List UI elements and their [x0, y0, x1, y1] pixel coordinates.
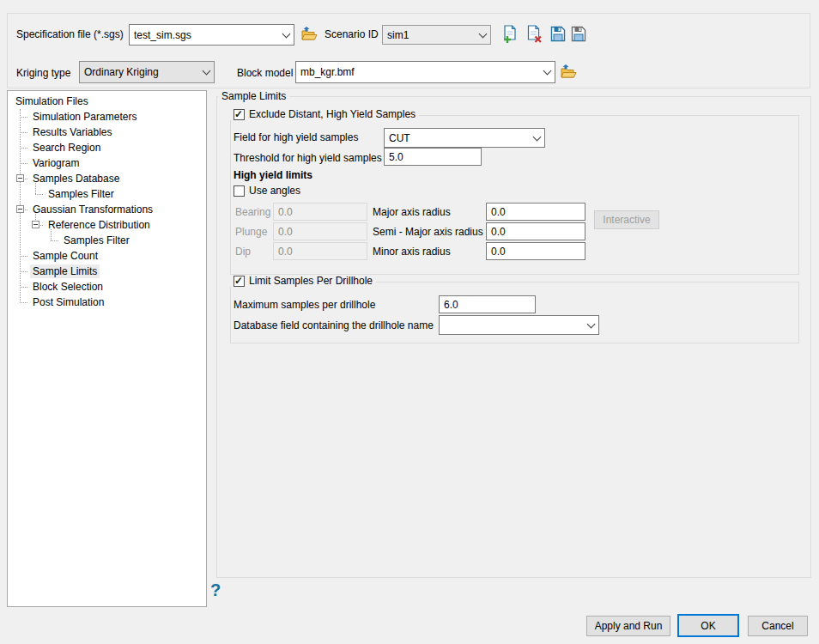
tree-item[interactable]: Samples Filter: [8, 186, 206, 202]
tree-item[interactable]: Block Selection: [8, 279, 206, 295]
radius-label: Semi - Major axis radius: [373, 226, 483, 238]
kriging-type-value: Ordinary Kriging: [80, 66, 198, 78]
block-model-combo[interactable]: mb_kgr.bmf: [295, 61, 555, 83]
radius-label: Minor axis radius: [373, 246, 451, 258]
tree-item-label: Sample Count: [30, 249, 100, 263]
high-yield-field-combo[interactable]: CUT: [384, 128, 545, 148]
spec-file-label: Specification file (*.sgs): [16, 28, 124, 40]
angle-label: Bearing: [235, 206, 270, 218]
exclude-distant-legend: Exclude Distant, High Yield Samples: [230, 108, 419, 120]
tree-item-label: Gaussian Transformations: [30, 203, 155, 216]
exclude-distant-checkbox[interactable]: [234, 109, 245, 120]
open-block-model-icon[interactable]: [561, 64, 578, 78]
tree-item-label: Variogram: [30, 156, 82, 170]
open-spec-file-icon[interactable]: [301, 26, 318, 40]
chevron-down-icon: [198, 62, 214, 82]
tree-item[interactable]: Gaussian Transformations: [8, 202, 206, 217]
tree-item[interactable]: Sample Limits: [8, 264, 206, 279]
tree-item-label: Sample Limits: [30, 264, 100, 278]
tree-item-label: Simulation Files: [13, 94, 91, 108]
spec-file-value: test_sim.sgs: [130, 29, 278, 41]
delete-scenario-icon[interactable]: [526, 25, 543, 43]
high-yield-limits-heading: High yield limits: [234, 169, 312, 181]
tree-item[interactable]: Post Simulation: [8, 295, 206, 310]
block-model-value: mb_kgr.bmf: [296, 66, 539, 78]
chevron-down-icon: [529, 129, 544, 147]
kriging-type-label: Kriging type: [16, 67, 70, 79]
radius-input[interactable]: 0.0: [486, 222, 585, 240]
tree-item[interactable]: Search Region: [8, 140, 206, 155]
angle-input: 0.0: [273, 222, 367, 240]
tree-item-label: Samples Filter: [61, 234, 132, 247]
tree-item[interactable]: Samples Database: [8, 171, 206, 186]
tree-item-label: Search Region: [30, 141, 103, 155]
radius-row: Minor axis radius 0.0: [373, 242, 587, 262]
ok-button[interactable]: OK: [677, 614, 739, 637]
tree-item-label: Post Simulation: [30, 295, 106, 309]
spec-file-combo[interactable]: test_sim.sgs: [129, 24, 294, 46]
tree-item-label: Simulation Parameters: [30, 110, 139, 124]
radius-input[interactable]: 0.0: [486, 203, 585, 221]
use-angles-label: Use angles: [249, 185, 300, 197]
angle-input: 0.0: [273, 242, 367, 260]
tree-item-label: Samples Filter: [46, 187, 117, 201]
db-field-combo[interactable]: [439, 315, 599, 335]
tree-item[interactable]: Simulation Parameters: [8, 109, 206, 125]
angle-label: Plunge: [235, 226, 267, 238]
header-panel: Specification file (*.sgs) test_sim.sgs …: [7, 13, 810, 88]
save-as-scenario-icon[interactable]: [571, 26, 586, 42]
collapse-icon[interactable]: [32, 221, 39, 228]
chevron-down-icon: [475, 26, 490, 44]
high-yield-field-label: Field for high yield samples: [234, 131, 358, 143]
radius-input[interactable]: 0.0: [486, 242, 585, 260]
chevron-down-icon: [539, 62, 555, 82]
db-field-label: Database field containing the drillhole …: [234, 319, 434, 331]
tree-item[interactable]: Reference Distribution: [8, 217, 206, 233]
threshold-label: Threshold for high yield samples: [234, 152, 382, 164]
radius-rows: Major axis radius 0.0 Semi - Major axis …: [373, 203, 587, 262]
simulation-dialog: Specification file (*.sgs) test_sim.sgs …: [0, 0, 819, 644]
chevron-down-icon: [278, 25, 294, 45]
high-yield-field-value: CUT: [385, 132, 529, 144]
max-samples-input[interactable]: 6.0: [439, 295, 536, 313]
tree-item-label: Results Variables: [30, 125, 114, 139]
max-samples-label: Maximum samples per drillhole: [234, 299, 375, 311]
save-scenario-icon[interactable]: [550, 26, 566, 42]
chevron-down-icon: [583, 316, 598, 334]
tree-item[interactable]: Variogram: [8, 155, 206, 171]
kriging-type-dropdown[interactable]: Ordinary Kriging: [79, 61, 215, 83]
sample-limits-group-title: Sample Limits: [218, 90, 289, 102]
tree-rows: Simulation Files Simulation Parameters R…: [8, 94, 206, 310]
new-scenario-icon[interactable]: [502, 25, 519, 43]
radius-row: Major axis radius 0.0: [373, 203, 587, 222]
tree-item[interactable]: Sample Count: [8, 248, 206, 264]
tree-item-label: Reference Distribution: [46, 218, 153, 232]
angle-label: Dip: [235, 246, 251, 258]
radius-row: Semi - Major axis radius 0.0: [373, 222, 587, 242]
cancel-button[interactable]: Cancel: [748, 616, 808, 636]
tree-item-label: Samples Database: [30, 172, 122, 185]
radius-label: Major axis radius: [373, 206, 451, 218]
scenario-id-combo[interactable]: sim1: [382, 25, 491, 45]
simulation-tree: Simulation Files Simulation Parameters R…: [7, 90, 207, 607]
tree-item[interactable]: Results Variables: [8, 125, 206, 140]
limit-drillhole-label: Limit Samples Per Drillhole: [249, 275, 373, 287]
tree-item-label: Block Selection: [30, 280, 106, 294]
apply-and-run-button[interactable]: Apply and Run: [586, 616, 670, 636]
limit-drillhole-checkbox[interactable]: [234, 276, 245, 287]
threshold-input[interactable]: 5.0: [384, 148, 482, 166]
collapse-icon[interactable]: [16, 205, 24, 213]
use-angles-row: Use angles: [230, 185, 304, 197]
scenario-id-value: sim1: [383, 29, 475, 41]
interactive-button: Interactive: [594, 210, 659, 229]
block-model-label: Block model: [237, 67, 293, 79]
tree-item[interactable]: Samples Filter: [8, 233, 206, 248]
use-angles-checkbox[interactable]: [234, 185, 245, 197]
help-icon[interactable]: ?: [210, 580, 221, 599]
exclude-distant-label: Exclude Distant, High Yield Samples: [249, 108, 416, 120]
limit-drillhole-legend: Limit Samples Per Drillhole: [230, 275, 376, 287]
scenario-id-label: Scenario ID: [325, 28, 379, 40]
collapse-icon[interactable]: [16, 174, 24, 182]
tree-item[interactable]: Simulation Files: [8, 94, 206, 109]
angle-input: 0.0: [273, 203, 367, 221]
